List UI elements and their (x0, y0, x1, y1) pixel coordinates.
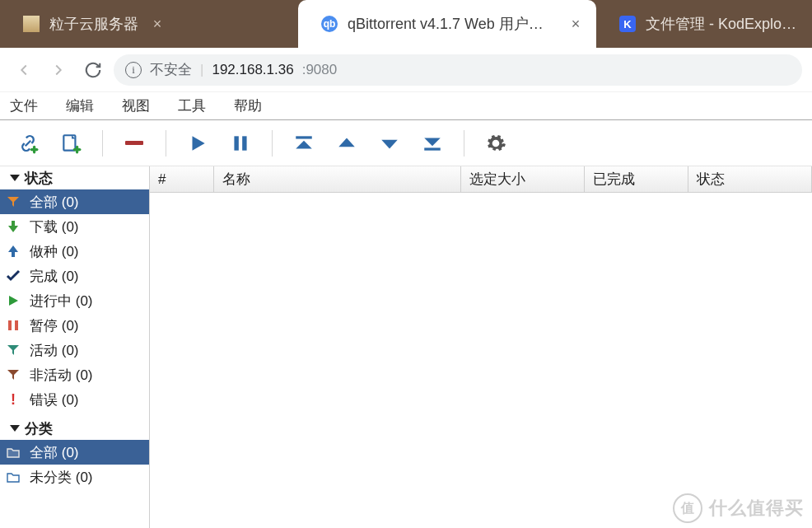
add-torrent-button[interactable] (49, 127, 92, 160)
browser-tab[interactable]: 粒子云服务器 × (0, 0, 298, 48)
separator: | (200, 62, 203, 78)
menu-file[interactable]: 文件 (10, 96, 38, 115)
browser-tab-strip: 粒子云服务器 × qb qBittorrent v4.1.7 Web 用户界面 … (0, 0, 812, 48)
col-index[interactable]: # (150, 166, 214, 192)
menu-help[interactable]: 帮助 (234, 96, 262, 115)
svg-marker-16 (8, 245, 18, 257)
menu-edit[interactable]: 编辑 (66, 96, 94, 115)
svg-rect-6 (234, 136, 238, 150)
app-menubar: 文件 编辑 视图 工具 帮助 (0, 92, 812, 120)
main-area: 状态 全部 (0) 下载 (0) 做种 (0) 完成 (0) 进行中 (0) (0, 166, 812, 528)
filter-errored[interactable]: ! 错误 (0) (0, 387, 149, 412)
filter-all[interactable]: 全部 (0) (0, 189, 149, 214)
table-body-empty (150, 193, 812, 528)
section-label: 状态 (25, 169, 53, 188)
security-label: 不安全 (150, 60, 192, 79)
funnel-icon (5, 195, 21, 208)
chevron-down-icon (10, 175, 20, 181)
forward-button[interactable] (44, 56, 72, 84)
arrow-up-icon (5, 245, 21, 258)
url-host: 192.168.1.36 (212, 62, 293, 78)
toolbar-separator (166, 130, 166, 157)
torrent-table: # 名称 选定大小 已完成 状态 (150, 166, 812, 528)
folder-icon (5, 471, 21, 483)
sidebar-section-category[interactable]: 分类 (0, 417, 149, 440)
funnel-icon (5, 343, 21, 357)
col-done[interactable]: 已完成 (585, 166, 688, 192)
pause-button[interactable] (219, 127, 262, 160)
address-bar[interactable]: i 不安全 | 192.168.1.36:9080 (114, 54, 802, 86)
check-icon (5, 269, 21, 283)
section-label: 分类 (25, 419, 53, 438)
close-icon[interactable]: × (148, 16, 166, 33)
filter-label: 进行中 (0) (30, 292, 93, 311)
settings-button[interactable] (474, 127, 517, 160)
svg-marker-17 (9, 296, 18, 306)
browser-tab[interactable]: K 文件管理 - KodExplorer - (596, 0, 812, 48)
toolbar-separator (464, 130, 464, 157)
filter-label: 活动 (0) (30, 341, 79, 360)
svg-marker-20 (7, 345, 19, 355)
queue-up-button[interactable] (325, 127, 368, 160)
info-icon: i (125, 62, 142, 78)
filter-label: 非活动 (0) (30, 366, 93, 385)
filter-label: 完成 (0) (30, 267, 79, 286)
col-status[interactable]: 状态 (688, 166, 812, 192)
remove-button[interactable] (113, 127, 156, 160)
folder-icon (5, 446, 21, 458)
filter-active[interactable]: 活动 (0) (0, 338, 149, 362)
app-toolbar (0, 120, 812, 166)
filter-completed[interactable]: 完成 (0) (0, 264, 149, 288)
play-button[interactable] (176, 127, 219, 160)
filter-label: 错误 (0) (30, 390, 79, 409)
category-label: 未分类 (0) (30, 468, 93, 487)
svg-rect-19 (15, 320, 18, 330)
filter-downloading[interactable]: 下载 (0) (0, 214, 149, 239)
filter-paused[interactable]: 暂停 (0) (0, 313, 149, 338)
category-all[interactable]: 全部 (0) (0, 440, 149, 465)
url-port: :9080 (302, 62, 338, 78)
kodexplorer-icon: K (619, 16, 636, 32)
filter-label: 做种 (0) (30, 242, 79, 261)
book-icon (23, 16, 40, 32)
toolbar-separator (272, 130, 273, 157)
queue-down-button[interactable] (368, 127, 411, 160)
queue-top-button[interactable] (282, 127, 325, 160)
sidebar-section-status[interactable]: 状态 (0, 166, 149, 189)
svg-marker-14 (7, 197, 19, 207)
table-header: # 名称 选定大小 已完成 状态 (150, 166, 812, 193)
play-icon (5, 294, 21, 307)
add-link-button[interactable] (7, 127, 49, 160)
col-name[interactable]: 名称 (214, 166, 461, 192)
svg-rect-18 (8, 320, 12, 330)
tab-title: 粒子云服务器 (49, 14, 138, 34)
qbittorrent-icon: qb (321, 16, 338, 32)
col-size[interactable]: 选定大小 (461, 166, 585, 192)
close-icon[interactable]: × (567, 16, 585, 33)
svg-marker-11 (381, 139, 398, 148)
menu-view[interactable]: 视图 (122, 96, 150, 115)
svg-marker-21 (7, 370, 19, 380)
category-list: 全部 (0) 未分类 (0) (0, 440, 149, 489)
reload-button[interactable] (79, 56, 107, 84)
queue-bottom-button[interactable] (411, 127, 454, 160)
bang-icon: ! (5, 391, 21, 409)
watermark: 值 什么值得买 (673, 493, 804, 523)
filter-label: 暂停 (0) (30, 316, 79, 335)
svg-marker-5 (193, 136, 205, 150)
svg-rect-8 (296, 136, 312, 138)
category-uncategorized[interactable]: 未分类 (0) (0, 465, 149, 489)
back-button[interactable] (10, 56, 38, 84)
status-filter-list: 全部 (0) 下载 (0) 做种 (0) 完成 (0) 进行中 (0) 暂停 (… (0, 189, 149, 412)
svg-marker-9 (296, 140, 312, 148)
browser-tab-active[interactable]: qb qBittorrent v4.1.7 Web 用户界面 × (298, 0, 596, 48)
arrow-down-icon (5, 220, 21, 233)
menu-tools[interactable]: 工具 (178, 96, 206, 115)
svg-rect-13 (424, 147, 441, 150)
tab-title: qBittorrent v4.1.7 Web 用户界面 (348, 14, 557, 34)
filter-active-running[interactable]: 进行中 (0) (0, 288, 149, 313)
filter-seeding[interactable]: 做种 (0) (0, 239, 149, 264)
filter-label: 全部 (0) (30, 193, 79, 212)
svg-rect-7 (242, 136, 246, 150)
filter-inactive[interactable]: 非活动 (0) (0, 362, 149, 387)
